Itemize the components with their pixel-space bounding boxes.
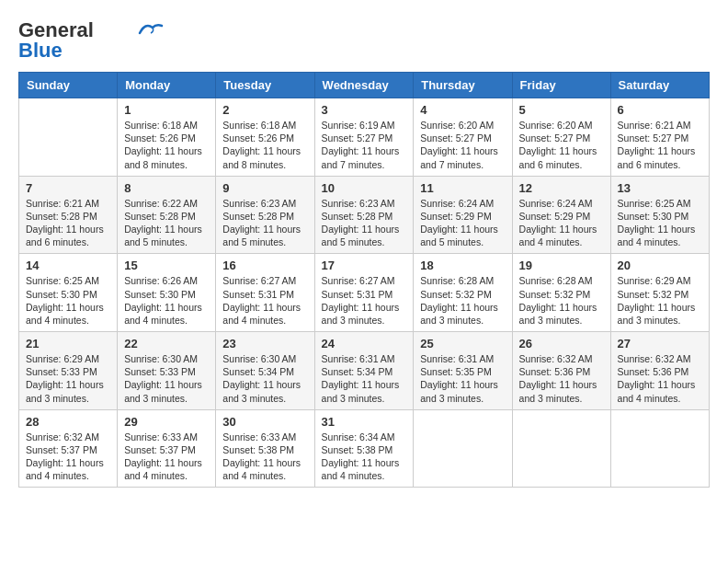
day-number: 23	[222, 337, 307, 350]
day-number: 29	[124, 415, 209, 429]
day-number: 21	[26, 337, 110, 350]
column-header-tuesday: Tuesday	[216, 73, 314, 98]
day-info: Sunrise: 6:20 AMSunset: 5:27 PMDaylight:…	[519, 120, 597, 170]
week-row-3: 14 Sunrise: 6:25 AMSunset: 5:30 PMDaylig…	[19, 254, 710, 332]
day-number: 16	[222, 259, 307, 272]
calendar-cell: 15 Sunrise: 6:26 AMSunset: 5:30 PMDaylig…	[118, 254, 216, 332]
calendar-cell: 14 Sunrise: 6:25 AMSunset: 5:30 PMDaylig…	[19, 254, 118, 332]
calendar-table: SundayMondayTuesdayWednesdayThursdayFrid…	[18, 72, 710, 488]
day-number: 26	[519, 337, 604, 350]
day-number: 13	[618, 181, 702, 195]
day-info: Sunrise: 6:29 AMSunset: 5:33 PMDaylight:…	[26, 353, 104, 404]
column-header-monday: Monday	[118, 73, 216, 98]
day-info: Sunrise: 6:30 AMSunset: 5:34 PMDaylight:…	[222, 353, 301, 404]
day-info: Sunrise: 6:28 AMSunset: 5:32 PMDaylight:…	[420, 275, 498, 326]
calendar-cell: 4 Sunrise: 6:20 AMSunset: 5:27 PMDayligh…	[414, 98, 512, 177]
day-number: 24	[322, 337, 407, 350]
day-number: 19	[519, 259, 604, 272]
calendar-cell: 18 Sunrise: 6:28 AMSunset: 5:32 PMDaylig…	[414, 254, 512, 332]
day-info: Sunrise: 6:21 AMSunset: 5:27 PMDaylight:…	[618, 120, 696, 170]
calendar-cell: 12 Sunrise: 6:24 AMSunset: 5:29 PMDaylig…	[512, 176, 610, 254]
calendar-cell: 13 Sunrise: 6:25 AMSunset: 5:30 PMDaylig…	[610, 176, 709, 254]
day-info: Sunrise: 6:18 AMSunset: 5:26 PMDaylight:…	[222, 120, 301, 170]
day-number: 31	[322, 415, 407, 429]
day-info: Sunrise: 6:27 AMSunset: 5:31 PMDaylight:…	[222, 275, 301, 326]
day-info: Sunrise: 6:18 AMSunset: 5:26 PMDaylight:…	[124, 120, 202, 170]
calendar-cell: 24 Sunrise: 6:31 AMSunset: 5:34 PMDaylig…	[314, 332, 414, 410]
day-info: Sunrise: 6:28 AMSunset: 5:32 PMDaylight:…	[519, 275, 597, 326]
day-number: 1	[124, 103, 209, 117]
day-info: Sunrise: 6:32 AMSunset: 5:37 PMDaylight:…	[26, 431, 104, 482]
calendar-cell: 26 Sunrise: 6:32 AMSunset: 5:36 PMDaylig…	[512, 332, 610, 410]
calendar-cell: 25 Sunrise: 6:31 AMSunset: 5:35 PMDaylig…	[414, 332, 512, 410]
day-number: 6	[618, 103, 702, 117]
calendar-cell: 31 Sunrise: 6:34 AMSunset: 5:38 PMDaylig…	[314, 409, 414, 488]
logo: General Blue	[18, 18, 164, 63]
day-info: Sunrise: 6:20 AMSunset: 5:27 PMDaylight:…	[420, 120, 498, 170]
day-info: Sunrise: 6:32 AMSunset: 5:36 PMDaylight:…	[618, 353, 696, 404]
day-info: Sunrise: 6:33 AMSunset: 5:38 PMDaylight:…	[222, 431, 301, 482]
day-info: Sunrise: 6:22 AMSunset: 5:28 PMDaylight:…	[124, 198, 202, 248]
day-info: Sunrise: 6:29 AMSunset: 5:32 PMDaylight:…	[618, 275, 696, 326]
day-number: 4	[420, 103, 505, 117]
day-number: 22	[124, 337, 209, 350]
day-number: 17	[322, 259, 407, 272]
calendar-cell: 6 Sunrise: 6:21 AMSunset: 5:27 PMDayligh…	[610, 98, 709, 177]
calendar-cell: 22 Sunrise: 6:30 AMSunset: 5:33 PMDaylig…	[118, 332, 216, 410]
day-info: Sunrise: 6:25 AMSunset: 5:30 PMDaylight:…	[26, 275, 104, 326]
day-info: Sunrise: 6:21 AMSunset: 5:28 PMDaylight:…	[26, 198, 104, 248]
calendar-cell: 30 Sunrise: 6:33 AMSunset: 5:38 PMDaylig…	[216, 409, 314, 488]
calendar-cell: 21 Sunrise: 6:29 AMSunset: 5:33 PMDaylig…	[19, 332, 118, 410]
calendar-cell: 9 Sunrise: 6:23 AMSunset: 5:28 PMDayligh…	[216, 176, 314, 254]
day-info: Sunrise: 6:31 AMSunset: 5:35 PMDaylight:…	[420, 353, 498, 404]
day-number: 5	[519, 103, 604, 117]
calendar-cell: 10 Sunrise: 6:23 AMSunset: 5:28 PMDaylig…	[314, 176, 414, 254]
column-header-saturday: Saturday	[610, 73, 709, 98]
calendar-cell: 28 Sunrise: 6:32 AMSunset: 5:37 PMDaylig…	[19, 409, 118, 488]
column-header-sunday: Sunday	[19, 73, 118, 98]
calendar-cell	[610, 409, 709, 488]
day-number: 27	[618, 337, 702, 350]
day-info: Sunrise: 6:34 AMSunset: 5:38 PMDaylight:…	[322, 431, 400, 482]
day-info: Sunrise: 6:31 AMSunset: 5:34 PMDaylight:…	[322, 353, 400, 404]
day-info: Sunrise: 6:24 AMSunset: 5:29 PMDaylight:…	[519, 198, 597, 248]
day-number: 15	[124, 259, 209, 272]
calendar-cell: 3 Sunrise: 6:19 AMSunset: 5:27 PMDayligh…	[314, 98, 414, 177]
day-number: 28	[26, 415, 110, 429]
day-info: Sunrise: 6:23 AMSunset: 5:28 PMDaylight:…	[322, 198, 400, 248]
logo-blue: Blue	[18, 39, 63, 63]
column-header-friday: Friday	[512, 73, 610, 98]
calendar-cell: 17 Sunrise: 6:27 AMSunset: 5:31 PMDaylig…	[314, 254, 414, 332]
day-number: 10	[322, 181, 407, 195]
day-number: 20	[618, 259, 702, 272]
calendar-cell: 7 Sunrise: 6:21 AMSunset: 5:28 PMDayligh…	[19, 176, 118, 254]
day-number: 7	[26, 181, 110, 195]
day-info: Sunrise: 6:23 AMSunset: 5:28 PMDaylight:…	[222, 198, 301, 248]
calendar-cell: 5 Sunrise: 6:20 AMSunset: 5:27 PMDayligh…	[512, 98, 610, 177]
day-number: 25	[420, 337, 505, 350]
day-number: 9	[222, 181, 307, 195]
calendar-cell: 27 Sunrise: 6:32 AMSunset: 5:36 PMDaylig…	[610, 332, 709, 410]
week-row-4: 21 Sunrise: 6:29 AMSunset: 5:33 PMDaylig…	[19, 332, 710, 410]
day-info: Sunrise: 6:33 AMSunset: 5:37 PMDaylight:…	[124, 431, 202, 482]
day-info: Sunrise: 6:27 AMSunset: 5:31 PMDaylight:…	[322, 275, 400, 326]
day-info: Sunrise: 6:30 AMSunset: 5:33 PMDaylight:…	[124, 353, 202, 404]
day-info: Sunrise: 6:32 AMSunset: 5:36 PMDaylight:…	[519, 353, 597, 404]
calendar-cell: 1 Sunrise: 6:18 AMSunset: 5:26 PMDayligh…	[118, 98, 216, 177]
calendar-cell	[19, 98, 118, 177]
calendar-cell: 29 Sunrise: 6:33 AMSunset: 5:37 PMDaylig…	[118, 409, 216, 488]
calendar-cell: 2 Sunrise: 6:18 AMSunset: 5:26 PMDayligh…	[216, 98, 314, 177]
day-number: 11	[420, 181, 505, 195]
calendar-cell: 11 Sunrise: 6:24 AMSunset: 5:29 PMDaylig…	[414, 176, 512, 254]
calendar-cell: 19 Sunrise: 6:28 AMSunset: 5:32 PMDaylig…	[512, 254, 610, 332]
week-row-1: 1 Sunrise: 6:18 AMSunset: 5:26 PMDayligh…	[19, 98, 710, 177]
day-number: 2	[222, 103, 307, 117]
day-info: Sunrise: 6:19 AMSunset: 5:27 PMDaylight:…	[322, 120, 400, 170]
week-row-2: 7 Sunrise: 6:21 AMSunset: 5:28 PMDayligh…	[19, 176, 710, 254]
calendar-cell: 23 Sunrise: 6:30 AMSunset: 5:34 PMDaylig…	[216, 332, 314, 410]
week-row-5: 28 Sunrise: 6:32 AMSunset: 5:37 PMDaylig…	[19, 409, 710, 488]
day-number: 30	[222, 415, 307, 429]
calendar-cell: 8 Sunrise: 6:22 AMSunset: 5:28 PMDayligh…	[118, 176, 216, 254]
day-number: 3	[322, 103, 407, 117]
column-header-thursday: Thursday	[414, 73, 512, 98]
